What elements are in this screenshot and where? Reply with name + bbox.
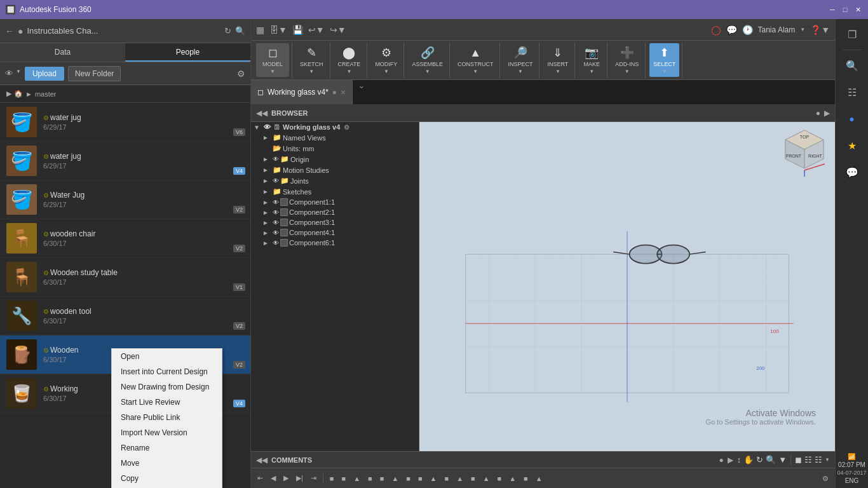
undo-icon[interactable]: ↩▼ — [308, 25, 325, 35]
file-item[interactable]: 🪑 ⚙Wooden study table 6/30/17 V1 — [0, 258, 250, 297]
tree-sketches[interactable]: ► 📁 Sketches — [251, 186, 419, 197]
timeline-item-13[interactable]: ▲ — [480, 473, 492, 484]
timeline-item-2[interactable]: ■ — [339, 473, 349, 484]
ctx-import[interactable]: Import New Version — [112, 425, 222, 440]
refresh-button[interactable]: ↻ — [224, 26, 231, 36]
viewport[interactable]: 100 200 TOP RIGHT — [419, 122, 835, 451]
back-button[interactable]: ← — [5, 26, 14, 36]
browser-button[interactable]: ● — [816, 109, 820, 118]
timeline-item-15[interactable]: ▲ — [506, 473, 519, 484]
timeline-item-8[interactable]: ■ — [416, 473, 425, 484]
inspect-button[interactable]: 🔎 INSPECT ▼ — [504, 43, 536, 77]
tree-checkbox[interactable] — [280, 208, 288, 216]
browser-collapse-icon[interactable]: ◀◀ — [256, 109, 268, 118]
redo-icon[interactable]: ↪▼ — [330, 25, 346, 35]
tree-eye-icon[interactable]: 👁 — [273, 177, 279, 184]
orbit-tool-icon[interactable]: ↻ — [756, 455, 763, 464]
timeline-item-12[interactable]: ■ — [468, 473, 478, 484]
tree-component2[interactable]: ► 👁 Component2:1 — [251, 207, 419, 217]
tree-eye-icon[interactable]: 👁 — [273, 156, 279, 163]
timeline-item-6[interactable]: ▲ — [389, 473, 401, 484]
timeline-item-11[interactable]: ▲ — [454, 473, 466, 484]
timeline-end-icon[interactable]: ⇥ — [308, 473, 319, 484]
tree-eye-icon[interactable]: 👁 — [273, 199, 279, 206]
tree-root-item[interactable]: ▼ 👁 🖺 Working glass v4 ⚙ — [251, 122, 419, 132]
timeline-item-16[interactable]: ■ — [521, 473, 531, 484]
tree-component4[interactable]: ► 👁 Component4:1 — [251, 227, 419, 238]
tab-data[interactable]: Data — [0, 43, 125, 62]
file-item[interactable]: 🪑 ⚙wooden chair 6/30/17 V2 — [0, 219, 250, 258]
tree-eye-icon[interactable]: 👁 — [273, 240, 279, 247]
save-icon[interactable]: 💾 — [292, 25, 303, 35]
tab-close-icon[interactable]: ✕ — [341, 89, 346, 96]
timeline-item-1[interactable]: ■ — [327, 473, 337, 484]
ctx-open[interactable]: Open — [112, 349, 222, 364]
tree-eye-icon[interactable]: 👁 — [273, 219, 279, 226]
settings-button[interactable]: ⚙ — [237, 69, 245, 79]
timeline-item-7[interactable]: ■ — [403, 473, 413, 484]
timeline-playstep-icon[interactable]: ▶| — [294, 473, 306, 484]
breadcrumb-arrow[interactable]: ▶ — [6, 90, 11, 98]
browser-arrow-icon[interactable]: ▶ — [824, 109, 830, 118]
sketch-button[interactable]: ✎ SKETCH ▼ — [296, 43, 327, 77]
tree-eye-icon[interactable]: 👁 — [264, 123, 271, 131]
construct-button[interactable]: ▲ CONSTRUCT ▼ — [454, 44, 498, 77]
file-item[interactable]: 🪣 ⚙Water Jug 6/29/17 V2 — [0, 180, 250, 219]
tree-checkbox[interactable] — [280, 219, 288, 226]
ctx-live-review[interactable]: Start Live Review — [112, 395, 222, 410]
tree-eye-icon[interactable]: 👁 — [273, 209, 279, 216]
view-dropdown-icon[interactable]: ▼ — [778, 455, 787, 464]
apps-grid-icon[interactable]: ▦ — [256, 25, 264, 35]
file-item[interactable]: 🪣 ⚙water jug 6/29/17 V6 — [0, 103, 250, 142]
modify-button[interactable]: ⚙ MODIFY ▼ — [371, 43, 401, 77]
ctx-rename[interactable]: Rename — [112, 440, 222, 456]
create-button[interactable]: ⬤ CREATE ▼ — [334, 43, 365, 77]
tree-units[interactable]: 📂 Units: mm — [251, 143, 419, 154]
file-item[interactable]: 🪣 ⚙water jug 6/29/17 V4 — [0, 142, 250, 180]
more-display-icon[interactable]: ☷ — [815, 455, 822, 464]
sidebar-grid-icon[interactable]: ☷ — [841, 81, 864, 104]
comments-collapse-icon[interactable]: ◀◀ — [256, 456, 268, 464]
user-info[interactable]: Tania Alam — [758, 25, 796, 34]
file-item[interactable]: 🔧 ⚙wooden tool 6/30/17 V2 — [0, 297, 250, 336]
file-menu-icon[interactable]: 🗄▼ — [269, 25, 287, 35]
display-mode-icon[interactable]: ◼ — [795, 455, 802, 464]
main-tab[interactable]: ◻ Working glass v4* ● ✕ — [251, 80, 353, 104]
tree-motion-studies[interactable]: ► 📁 Motion Studies — [251, 165, 419, 175]
tree-settings-icon[interactable]: ⚙ — [344, 124, 349, 131]
close-button[interactable]: ✕ — [853, 4, 863, 15]
timeline-item-9[interactable]: ▲ — [428, 473, 440, 484]
display-dropdown-icon[interactable]: ▼ — [825, 457, 830, 463]
upload-button[interactable]: Upload — [25, 67, 64, 81]
tree-eye-icon[interactable]: 👁 — [273, 229, 279, 236]
sidebar-search-icon[interactable]: 🔍 — [841, 54, 864, 77]
move-tool-icon[interactable]: ↕ — [737, 455, 742, 464]
tree-checkbox[interactable] — [280, 198, 288, 206]
tree-checkbox[interactable] — [280, 239, 288, 247]
sidebar-windows-icon[interactable]: ❐ — [841, 23, 864, 46]
record-icon[interactable]: ◯ — [711, 25, 721, 35]
clock-icon[interactable]: 🕐 — [742, 25, 753, 35]
model-button[interactable]: ◻ MODEL ▼ — [256, 43, 289, 77]
insert-button[interactable]: ⇓ INSERT ▼ — [543, 43, 572, 77]
make-button[interactable]: 📷 MAKE ▼ — [579, 43, 604, 77]
tree-component1[interactable]: ► 👁 Component1:1 — [251, 197, 419, 207]
tree-origin[interactable]: ► 👁 📁 Origin — [251, 154, 419, 165]
ctx-new-drawing[interactable]: New Drawing from Design — [112, 379, 222, 395]
ctx-copy[interactable]: Copy — [112, 471, 222, 486]
comments-button[interactable]: ● — [719, 456, 723, 464]
tab-people[interactable]: People — [125, 43, 250, 62]
select-button[interactable]: ⬆ SELECT ▼ — [649, 43, 679, 77]
user-dropdown-icon[interactable]: ▼ — [800, 27, 805, 32]
tree-component6[interactable]: ► 👁 Component6:1 — [251, 238, 419, 248]
nav-cube[interactable]: TOP RIGHT FRONT — [779, 127, 830, 178]
dropdown-icon[interactable]: ▼ — [16, 69, 21, 78]
sidebar-chrome-icon[interactable]: ● — [841, 107, 864, 130]
ctx-move[interactable]: Move — [112, 456, 222, 471]
grid-icon[interactable]: ☷ — [804, 455, 812, 464]
timeline-item-3[interactable]: ▲ — [351, 473, 363, 484]
timeline-settings-icon[interactable]: ⚙ — [820, 473, 831, 484]
sidebar-bookmark-icon[interactable]: ★ — [841, 134, 864, 157]
timeline-start-icon[interactable]: ⇤ — [255, 473, 266, 484]
help-icon[interactable]: ❓▼ — [810, 25, 830, 35]
